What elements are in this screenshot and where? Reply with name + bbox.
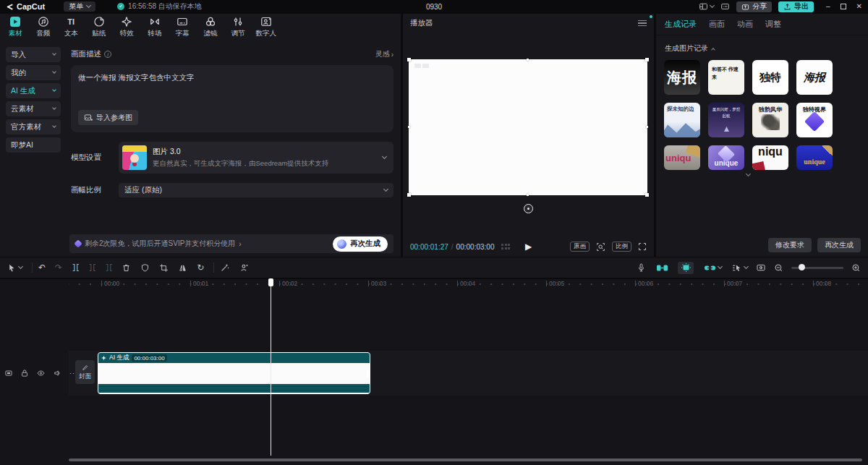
delete-button[interactable] bbox=[122, 263, 131, 273]
generated-image[interactable]: 独韵风华 bbox=[752, 103, 788, 137]
record-voiceover-button[interactable] bbox=[637, 263, 646, 273]
selection-handle[interactable] bbox=[408, 126, 410, 128]
import-reference-button[interactable]: 导入参考图 bbox=[78, 110, 138, 125]
track-type-icon[interactable] bbox=[4, 369, 13, 377]
maximize-button[interactable] bbox=[841, 4, 846, 9]
preview-canvas[interactable] bbox=[409, 59, 647, 195]
smart-edit-button[interactable] bbox=[220, 263, 230, 273]
model-select[interactable]: 图片 3.0 更自然真实，可生成文字海报，由Seedream提供技术支持 bbox=[119, 142, 393, 174]
selection-handle[interactable] bbox=[407, 58, 411, 61]
timeline-ruler[interactable]: 00:00 00:01 00:02 00:03 00:04 00:05 00:0… bbox=[0, 279, 868, 289]
main-track-magnet-toggle[interactable] bbox=[654, 262, 670, 274]
sidebar-item-dreamina[interactable]: 即梦AI bbox=[6, 137, 61, 153]
crop-button[interactable] bbox=[159, 263, 169, 273]
track-select-mode[interactable] bbox=[731, 263, 748, 273]
generate-again-button[interactable]: 再次生成 bbox=[333, 236, 388, 252]
generated-image[interactable]: unique bbox=[708, 145, 744, 170]
lock-track-icon[interactable] bbox=[20, 369, 29, 377]
tab-effects[interactable]: 特效 bbox=[113, 14, 141, 40]
tab-digital-human[interactable]: 数字人 bbox=[252, 14, 281, 40]
redo-button[interactable]: ↷ bbox=[55, 263, 62, 272]
sidebar-item-import[interactable]: 导入 bbox=[6, 47, 61, 62]
inspiration-link[interactable]: 灵感 › bbox=[375, 49, 393, 59]
selection-handle[interactable] bbox=[646, 126, 648, 128]
trim-left-button[interactable]: ][ bbox=[88, 264, 95, 272]
generated-image[interactable]: 星辰闪耀，梦想起航 bbox=[708, 103, 744, 137]
ratio-select[interactable]: 适应 (原始) bbox=[119, 183, 393, 197]
generated-image[interactable]: 海报 bbox=[796, 60, 833, 95]
sidebar-item-ai-generate[interactable]: AI 生成 bbox=[6, 83, 61, 98]
rotate-button[interactable]: ↻ bbox=[197, 263, 204, 272]
zoom-out-button[interactable] bbox=[774, 263, 783, 273]
minimize-button[interactable]: – bbox=[826, 3, 830, 10]
sidebar-item-official[interactable]: 官方素材 bbox=[6, 119, 61, 135]
focus-zoom-icon[interactable] bbox=[596, 242, 605, 252]
zoom-slider-knob[interactable] bbox=[799, 264, 805, 270]
expand-history-button[interactable] bbox=[664, 174, 833, 176]
split-button[interactable]: ][ bbox=[72, 264, 79, 272]
quota-text[interactable]: 剩余2次限免，试用后开通SVIP并支付积分使用 bbox=[85, 239, 235, 249]
selection-handle[interactable] bbox=[527, 194, 529, 196]
player-menu-icon[interactable] bbox=[638, 20, 647, 26]
release-notes-icon[interactable] bbox=[720, 2, 730, 11]
generated-image[interactable]: 海报 bbox=[664, 60, 700, 95]
auto-snap-toggle[interactable] bbox=[678, 262, 694, 274]
generated-image[interactable]: unique bbox=[796, 145, 833, 170]
selection-handle[interactable] bbox=[645, 193, 649, 197]
selection-handle[interactable] bbox=[527, 59, 529, 61]
generated-image[interactable]: 独特视界 bbox=[796, 103, 833, 137]
mute-track-icon[interactable] bbox=[53, 369, 62, 377]
link-preview-toggle[interactable] bbox=[702, 262, 723, 274]
generated-image[interactable]: 和答不 作速来 bbox=[708, 60, 744, 95]
rotate-handle[interactable] bbox=[524, 204, 533, 213]
tab-generation-history[interactable]: 生成记录 bbox=[665, 19, 697, 30]
tab-picture[interactable]: 画面 bbox=[709, 19, 725, 30]
original-quality-button[interactable]: 原画 bbox=[570, 242, 590, 252]
generated-image[interactable]: 独特 bbox=[752, 60, 788, 95]
timeline-zoom-slider[interactable] bbox=[791, 267, 843, 269]
prompt-input[interactable]: 做一个海报 海报文字包含中文文字 导入参考图 bbox=[71, 65, 393, 132]
layout-switch-icon[interactable] bbox=[699, 2, 714, 11]
tab-adjust[interactable]: 调整 bbox=[765, 19, 781, 30]
sidebar-item-cloud[interactable]: 云素材 bbox=[6, 101, 61, 116]
tab-adjust[interactable]: 调节 bbox=[224, 14, 252, 40]
preview-axis-button[interactable] bbox=[756, 263, 766, 273]
hide-track-icon[interactable] bbox=[36, 369, 46, 377]
regenerate-button[interactable]: 再次生成 bbox=[817, 238, 861, 252]
character-effect-button[interactable] bbox=[239, 263, 250, 273]
menu-button[interactable]: 菜单 bbox=[64, 1, 95, 12]
tab-animation[interactable]: 动画 bbox=[737, 19, 753, 30]
cover-button[interactable]: 封面 bbox=[75, 360, 95, 384]
tab-transitions[interactable]: 转场 bbox=[141, 14, 169, 40]
select-tool[interactable] bbox=[7, 263, 22, 273]
fullscreen-icon[interactable] bbox=[638, 242, 647, 251]
play-button[interactable]: ▶ bbox=[525, 242, 532, 252]
ratio-button[interactable]: 比例 bbox=[612, 242, 631, 252]
undo-button[interactable]: ↶ bbox=[38, 263, 46, 272]
generated-image[interactable]: uniqu bbox=[664, 145, 700, 170]
generated-image[interactable]: 探未知的边 bbox=[664, 103, 700, 137]
tab-audio[interactable]: 音频 bbox=[30, 14, 58, 40]
playhead[interactable] bbox=[268, 278, 273, 456]
timeline-horizontal-scrollbar[interactable] bbox=[69, 458, 862, 461]
tab-captions[interactable]: 字幕 bbox=[169, 14, 197, 40]
history-section-header[interactable]: 生成图片记录 bbox=[665, 43, 868, 54]
modify-request-button[interactable]: 修改要求 bbox=[768, 238, 812, 252]
sidebar-item-mine[interactable]: 我的 bbox=[6, 65, 61, 80]
selection-handle[interactable] bbox=[645, 58, 649, 61]
clip-trim-handle[interactable] bbox=[367, 370, 369, 377]
close-button[interactable]: ✕ bbox=[856, 3, 862, 10]
trim-right-button[interactable]: ][ bbox=[105, 264, 112, 272]
selection-handle[interactable] bbox=[407, 193, 411, 197]
share-button[interactable]: 分享 bbox=[736, 1, 772, 12]
mirror-button[interactable] bbox=[178, 263, 187, 273]
mask-button[interactable] bbox=[140, 263, 150, 273]
export-button[interactable]: 导出 bbox=[778, 1, 814, 12]
tab-material[interactable]: 素材 bbox=[1, 14, 30, 40]
zoom-in-button[interactable] bbox=[851, 263, 861, 273]
tab-sticker[interactable]: 贴纸 bbox=[85, 14, 114, 40]
tab-filters[interactable]: 滤镜 bbox=[197, 14, 225, 40]
generated-image[interactable]: niqu bbox=[752, 145, 788, 170]
ai-generated-clip[interactable]: AI 生成 00:00:03:00 bbox=[98, 352, 370, 394]
tab-text[interactable]: TI 文本 bbox=[57, 14, 85, 40]
